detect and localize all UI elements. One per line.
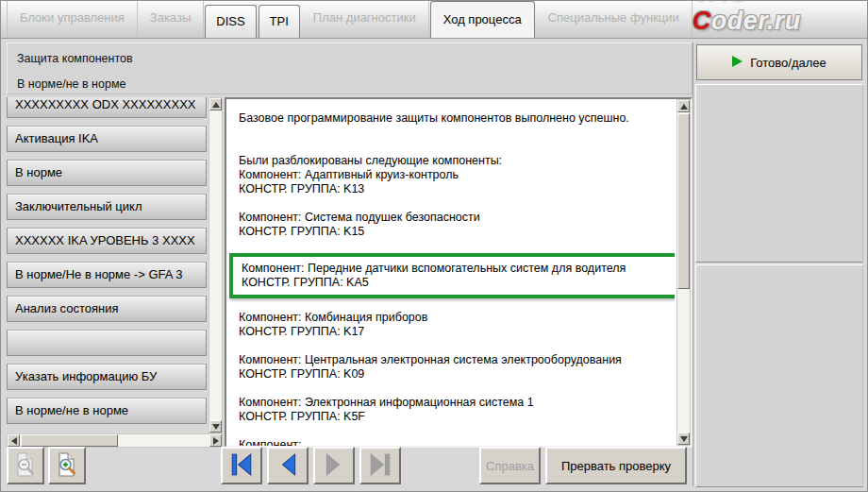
log-block: Компонент: (239, 438, 669, 446)
tab-special-functions: Специальные функции (536, 0, 693, 38)
log-line: КОНСТР. ГРУППА: K13 (239, 182, 669, 196)
logo-text: VAG- (693, 0, 757, 6)
zoom-in-page-icon (56, 452, 78, 480)
tab-process-flow[interactable]: Ход процесса (430, 1, 535, 38)
logo-text-suffix: oder.ru (711, 7, 801, 35)
log-block: Компонент: Система подушек безопасностиК… (239, 211, 669, 239)
abort-test-button[interactable]: Прервать проверку (545, 447, 687, 484)
step-list-item[interactable]: Активация IKA (7, 126, 207, 152)
log-line: Компонент: Передние датчики вспомогатель… (242, 262, 668, 276)
help-button: Справка (479, 447, 541, 484)
log-line: КОНСТР. ГРУППА: K17 (239, 325, 669, 339)
right-panel-divider (693, 42, 693, 486)
step-list-horizontal-scrollbar[interactable] (7, 433, 223, 448)
log-vertical-scrollbar[interactable] (676, 99, 691, 446)
first-page-icon (228, 452, 255, 480)
scroll-down-icon[interactable] (209, 420, 222, 433)
side-panel-lower (695, 264, 863, 487)
vag-coder-logo: VAG-Coder.ru (693, 0, 867, 38)
log-line: Компонент: Адаптивный круиз-контроль (239, 168, 669, 182)
log-line: Компонент: (239, 438, 669, 446)
previous-step-button[interactable] (267, 447, 309, 484)
play-icon (732, 56, 743, 70)
previous-page-icon (275, 452, 301, 480)
tab-orders: Заказы (138, 0, 204, 38)
scroll-up-icon[interactable] (677, 100, 690, 112)
step-list-item[interactable]: Заключительный цикл (7, 194, 207, 220)
application-window: Блоки управленияЗаказыDISSTPIПлан диагно… (0, 0, 868, 492)
log-block: Были разблокированы следующие компоненты… (239, 154, 669, 196)
test-header-panel: Защита компонентов В норме/не в норме (7, 42, 693, 94)
log-line: КОНСТР. ГРУППА: KA5 (242, 276, 668, 290)
log-line: Базовое программирование защиты компонен… (239, 111, 669, 126)
log-line: КОНСТР. ГРУППА: K09 (239, 367, 669, 382)
first-step-button[interactable] (221, 447, 262, 484)
log-line: Компонент: Комбинация приборов (239, 311, 669, 325)
tab-tpi[interactable]: TPI (259, 5, 300, 38)
last-step-button (359, 447, 401, 484)
log-block-highlighted: Компонент: Передние датчики вспомогатель… (229, 253, 675, 298)
result-log-area: Базовое программирование защиты компонен… (225, 97, 693, 448)
log-line: Были разблокированы следующие компоненты… (239, 154, 669, 168)
test-subtitle: В норме/не в норме (17, 77, 125, 91)
log-block: Компонент: Центральная электронная систе… (239, 353, 669, 382)
tab-diagnostic-plan: План диагностики (301, 0, 429, 38)
step-list-item[interactable]: В норме (7, 160, 207, 186)
step-list: XXXXXXXXX ODX XXXXXXXXXАктивация IKAВ но… (7, 97, 207, 433)
side-panel-upper (695, 84, 863, 263)
zoom-out-page-button (7, 447, 44, 484)
log-line: Компонент: Система подушек безопасности (239, 211, 669, 225)
step-list-item[interactable]: XXXXXXXXX ODX XXXXXXXXX (7, 97, 207, 118)
last-page-icon (367, 452, 393, 480)
horizontal-scroll-thumb[interactable] (21, 434, 118, 447)
log-line: Компонент: Электронная информационная си… (239, 396, 669, 410)
done-next-label: Готово/далее (750, 56, 826, 70)
log-line: Компонент: Центральная электронная систе… (239, 353, 669, 367)
logo-accent-letter: C (693, 7, 711, 35)
vertical-scroll-thumb[interactable] (677, 113, 690, 289)
scroll-up-icon[interactable] (209, 98, 222, 110)
tab-diss[interactable]: DISS (205, 5, 256, 38)
test-title: Защита компонентов (17, 52, 133, 65)
step-list-item[interactable]: В норме/не в норме (7, 398, 207, 424)
log-line: КОНСТР. ГРУППА: K5F (239, 410, 669, 424)
result-log-content: Базовое программирование защиты компонен… (226, 99, 675, 446)
next-page-icon (321, 452, 347, 480)
log-block: Базовое программирование защиты компонен… (239, 111, 669, 126)
step-list-item[interactable]: XXXXXX IKA УРОВЕНЬ 3 XXXX (7, 228, 207, 254)
zoom-out-page-icon (14, 452, 37, 480)
step-list-item[interactable] (7, 330, 207, 356)
done-next-button[interactable]: Готово/далее (696, 44, 862, 80)
step-list-item[interactable]: В норме/Не в норме -> GFA 3 (7, 262, 207, 288)
tab-strip: Блоки управленияЗаказыDISSTPIПлан диагно… (7, 0, 693, 38)
scroll-right-icon[interactable] (209, 434, 222, 447)
step-list-item[interactable]: Анализ состояния (7, 296, 207, 322)
scroll-left-icon[interactable] (8, 434, 20, 447)
log-block: Компонент: Электронная информационная си… (239, 396, 669, 424)
zoom-in-page-button[interactable] (48, 447, 86, 484)
step-list-item[interactable]: Указать информацию БУ (7, 364, 207, 390)
log-block: Компонент: Комбинация приборовКОНСТР. ГР… (239, 311, 669, 339)
scroll-down-icon[interactable] (677, 433, 690, 445)
next-step-button (313, 447, 355, 484)
step-list-vertical-scrollbar[interactable] (209, 97, 223, 433)
tab-control-units: Блоки управления (7, 0, 138, 38)
tab-bar: Блоки управленияЗаказыDISSTPIПлан диагно… (1, 1, 867, 39)
log-line: КОНСТР. ГРУППА: K15 (239, 225, 669, 239)
